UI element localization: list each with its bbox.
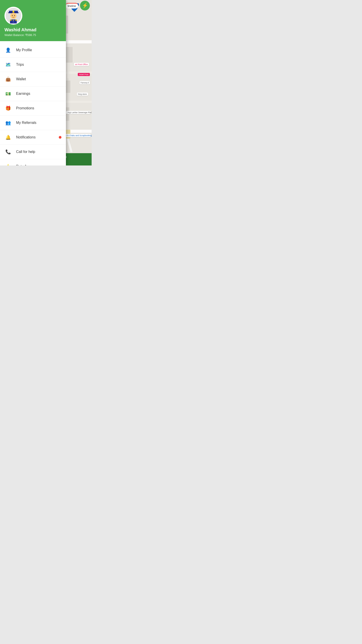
svg-point-23 bbox=[12, 11, 14, 12]
svg-rect-31 bbox=[15, 20, 17, 20]
call-for-help-label: Call for help bbox=[16, 150, 35, 154]
menu-item-my-referrals[interactable]: 👥My Referrals bbox=[0, 116, 66, 130]
svg-point-24 bbox=[10, 13, 16, 19]
svg-point-25 bbox=[12, 15, 13, 16]
menu-item-call-for-help[interactable]: 📞Call for help bbox=[0, 145, 66, 159]
side-drawer: Washid Ahmad Wallet Balance: ₹598.75 👤My… bbox=[0, 0, 66, 166]
driver-name: Washid Ahmad bbox=[4, 27, 61, 32]
rate-app-label: Rate App bbox=[16, 164, 31, 166]
svg-point-26 bbox=[14, 15, 15, 16]
drawer-menu: 👤My Profile🗺️Trips👜Wallet💵Earnings🎁Promo… bbox=[0, 41, 66, 166]
call-for-help-icon: 📞 bbox=[4, 148, 12, 156]
earnings-label: Earnings bbox=[16, 92, 30, 96]
menu-item-trips[interactable]: 🗺️Trips bbox=[0, 58, 66, 72]
menu-item-wallet[interactable]: 👜Wallet bbox=[0, 72, 66, 86]
menu-item-earnings[interactable]: 💵Earnings bbox=[0, 86, 66, 101]
online-status: lineline bbox=[65, 3, 78, 8]
my-profile-label: My Profile bbox=[16, 48, 32, 52]
map-label-clothing: hing store bbox=[77, 92, 88, 96]
rate-app-icon: ⭐ bbox=[4, 163, 12, 166]
flash-button[interactable]: ⚡ bbox=[80, 1, 90, 10]
trips-label: Trips bbox=[16, 62, 24, 67]
avatar bbox=[4, 7, 22, 24]
notifications-label: Notifications bbox=[16, 135, 35, 139]
map-label-farooq: Farooq d bbox=[79, 81, 90, 84]
drawer-header: Washid Ahmad Wallet Balance: ₹598.75 bbox=[0, 0, 66, 41]
svg-rect-3 bbox=[67, 0, 69, 78]
promotions-label: Promotions bbox=[16, 106, 34, 110]
wallet-icon: 👜 bbox=[4, 76, 12, 83]
svg-rect-30 bbox=[10, 20, 12, 20]
map-label-sewerage: Jogi Lankar Sewerage Plant bbox=[66, 111, 91, 114]
promotions-icon: 🎁 bbox=[4, 105, 12, 112]
notification-badge bbox=[59, 136, 61, 139]
wallet-balance: Wallet Balance: ₹598.75 bbox=[4, 33, 61, 37]
trips-icon: 🗺️ bbox=[4, 61, 12, 68]
wallet-label: Wallet bbox=[16, 77, 26, 81]
menu-item-notifications[interactable]: 🔔Notifications bbox=[0, 130, 66, 145]
notifications-icon: 🔔 bbox=[4, 134, 12, 141]
map-label-hotel: Hotel Post bbox=[78, 73, 90, 76]
app-container: 🛒 Soba ari Post Office Hotel Post Farooq… bbox=[0, 0, 92, 166]
map-label-post-office: ari Post Office bbox=[74, 63, 89, 66]
menu-item-rate-app[interactable]: ⭐Rate App bbox=[0, 159, 66, 166]
svg-point-29 bbox=[13, 20, 14, 21]
my-referrals-label: My Referrals bbox=[16, 121, 36, 125]
my-profile-icon: 👤 bbox=[4, 46, 12, 54]
map-label-gn-chaku: G N Chaku and Scrapbooking store bbox=[64, 134, 91, 137]
menu-item-promotions[interactable]: 🎁Promotions bbox=[0, 101, 66, 116]
my-referrals-icon: 👥 bbox=[4, 119, 12, 126]
earnings-icon: 💵 bbox=[4, 90, 12, 97]
menu-item-my-profile[interactable]: 👤My Profile bbox=[0, 43, 66, 58]
